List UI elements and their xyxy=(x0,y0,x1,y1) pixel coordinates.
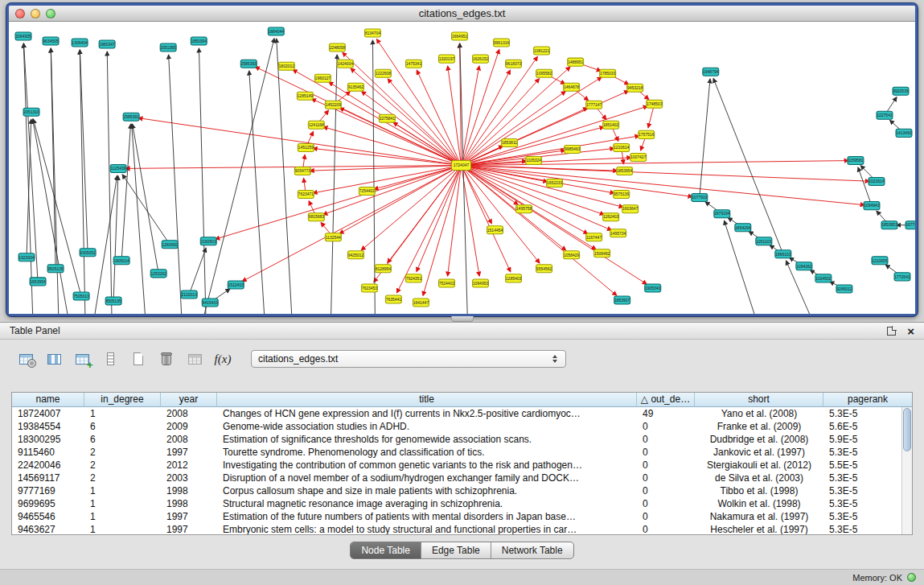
graph-node[interactable]: 8128954 xyxy=(375,265,391,273)
graph-node[interactable]: 1960127 xyxy=(314,74,331,82)
graph-node[interactable]: 2585393 xyxy=(240,60,257,68)
graph-node[interactable]: 1021614 xyxy=(869,178,885,186)
graph-node[interactable]: 1772641 xyxy=(894,273,910,281)
float-panel-icon[interactable] xyxy=(887,327,896,336)
graph-node[interactable]: 7254402 xyxy=(359,187,375,196)
window-minimize-button[interactable] xyxy=(31,9,40,19)
graph-node[interactable]: 1094262 xyxy=(796,262,812,270)
table-row[interactable]: 946362711997Embryonic stem cells: a mode… xyxy=(12,523,912,535)
graph-node[interactable]: 1125439 xyxy=(110,164,126,172)
graph-node[interactable]: 1094943 xyxy=(864,202,880,210)
column-header-in_degree[interactable]: in_degree xyxy=(84,393,161,407)
graph-node[interactable]: 1960347 xyxy=(99,40,115,48)
graph-node[interactable]: 1653954 xyxy=(30,278,46,286)
graph-node[interactable]: 1024502 xyxy=(815,274,832,282)
graph-node[interactable]: 1853953 xyxy=(881,221,897,229)
graph-node[interactable]: 1853907 xyxy=(614,296,630,304)
graph-node[interactable]: 1866103 xyxy=(775,250,791,258)
graph-node[interactable]: 1512403 xyxy=(228,281,244,289)
graph-node[interactable]: 7524402 xyxy=(438,279,454,287)
tab-node-table[interactable]: Node Table xyxy=(351,542,421,558)
table-mode-button[interactable] xyxy=(14,348,37,369)
graph-node[interactable]: 9961316 xyxy=(494,39,510,47)
graph-node[interactable]: 2248058 xyxy=(329,43,345,51)
graph-node[interactable]: 1677064 xyxy=(906,221,915,229)
graph-node[interactable]: 1159581 xyxy=(848,156,864,164)
graph-node[interactable]: 1132544 xyxy=(325,233,341,241)
row-options-button[interactable] xyxy=(99,348,121,369)
graph-node[interactable]: 1905014 xyxy=(113,257,129,265)
graph-node[interactable]: 9815683 xyxy=(308,213,324,221)
graph-node[interactable]: 7505013 xyxy=(73,292,89,300)
graph-node[interactable]: 1679194 xyxy=(714,210,730,218)
graph-node[interactable]: 9920539 xyxy=(893,87,909,95)
graph-node[interactable]: 1854294 xyxy=(735,224,751,232)
graph-node[interactable]: 7623471 xyxy=(298,191,314,199)
graph-node[interactable]: 2051365 xyxy=(160,43,176,51)
window-zoom-button[interactable] xyxy=(46,9,55,19)
graph-node[interactable]: 1452209 xyxy=(325,101,341,109)
graph-node[interactable]: 9505135 xyxy=(47,265,64,273)
graph-node[interactable]: 9415403 xyxy=(202,299,218,307)
select-columns-button[interactable] xyxy=(43,348,65,369)
graph-node[interactable]: 9245012 xyxy=(836,285,852,293)
column-header-short[interactable]: short xyxy=(695,393,823,407)
graph-node[interactable]: 1777147 xyxy=(586,101,602,109)
scrollbar-thumb[interactable] xyxy=(903,408,911,451)
graph-node[interactable]: 1664951 xyxy=(451,32,467,40)
graph-node[interactable]: 1007427 xyxy=(630,153,647,161)
graph-node[interactable]: 1210655 xyxy=(872,257,888,265)
graph-node[interactable]: 1495734 xyxy=(610,229,626,237)
graph-node[interactable]: 1424004 xyxy=(337,60,353,68)
graph-node[interactable]: 8134704 xyxy=(364,29,380,37)
graph-node[interactable]: 1475341 xyxy=(405,60,421,68)
graph-node[interactable]: 1413493 xyxy=(896,129,912,137)
graph-node[interactable]: 7623453 xyxy=(361,284,377,292)
window-titlebar[interactable]: citations_edges.txt xyxy=(9,6,915,22)
graph-node[interactable]: 1724047 xyxy=(451,160,470,170)
graph-node[interactable]: 2051310 xyxy=(23,108,39,116)
graph-node[interactable]: 9985463 xyxy=(565,145,581,153)
graph-node[interactable]: 1850394 xyxy=(191,37,207,45)
graph-node[interactable]: 2160503 xyxy=(200,237,216,245)
graph-node[interactable]: 8505135 xyxy=(105,297,121,305)
graph-node[interactable]: 1626152 xyxy=(473,55,489,63)
tab-edge-table[interactable]: Edge Table xyxy=(421,542,491,558)
graph-node[interactable]: 9554562 xyxy=(536,265,552,273)
function-builder-button[interactable]: f(x) xyxy=(211,348,234,369)
network-canvas[interactable]: 1853954957513912624031167447105842995545… xyxy=(9,22,915,314)
graph-node[interactable]: 1757516 xyxy=(639,130,655,138)
column-header-name[interactable]: name xyxy=(12,393,84,407)
graph-node[interactable]: 1261103 xyxy=(756,237,772,245)
graph-node[interactable]: 1222608 xyxy=(375,69,391,77)
graph-node[interactable]: 1095582 xyxy=(536,69,552,77)
graph-node[interactable]: 9575139 xyxy=(614,191,630,199)
tab-network-table[interactable]: Network Table xyxy=(491,542,573,558)
window-close-button[interactable] xyxy=(15,9,25,19)
graph-node[interactable]: 1081221 xyxy=(534,47,550,55)
graph-node[interactable]: 1652233 xyxy=(547,179,563,187)
network-file-select[interactable]: citations_edges.txt xyxy=(251,350,566,368)
table-row[interactable]: 977716911998Corpus callosum shape and si… xyxy=(12,484,912,497)
graph-node[interactable]: 1094953 xyxy=(473,279,489,287)
graph-node[interactable]: 1488951 xyxy=(568,58,584,66)
column-header-year[interactable]: year xyxy=(161,393,217,407)
graph-node[interactable]: 1853954 xyxy=(617,167,633,175)
graph-node[interactable]: 1514454 xyxy=(487,226,503,234)
table-row[interactable]: 1938455462009Genome-wide association stu… xyxy=(12,420,912,433)
graph-node[interactable]: 1058429 xyxy=(564,251,580,259)
graph-node[interactable]: 9305052 xyxy=(80,249,96,257)
graph-node[interactable]: 1853811 xyxy=(502,138,518,146)
delete-table-button[interactable] xyxy=(155,348,178,369)
graph-node[interactable]: 2275841 xyxy=(379,114,395,122)
graph-node[interactable]: 9453218 xyxy=(627,84,643,92)
graph-node[interactable]: 1495758 xyxy=(516,205,532,213)
column-header-title[interactable]: title xyxy=(217,393,637,407)
graph-node[interactable]: 1105324 xyxy=(526,156,542,164)
table-row[interactable]: 1872400712008Changes of HCN gene express… xyxy=(12,407,912,420)
graph-node[interactable]: 1464678 xyxy=(564,83,580,91)
graph-node[interactable]: 1320197 xyxy=(438,55,454,63)
new-table-button[interactable] xyxy=(127,348,150,369)
graph-node[interactable]: 2585391 xyxy=(123,113,139,121)
graph-node[interactable]: 1285403 xyxy=(506,274,522,282)
